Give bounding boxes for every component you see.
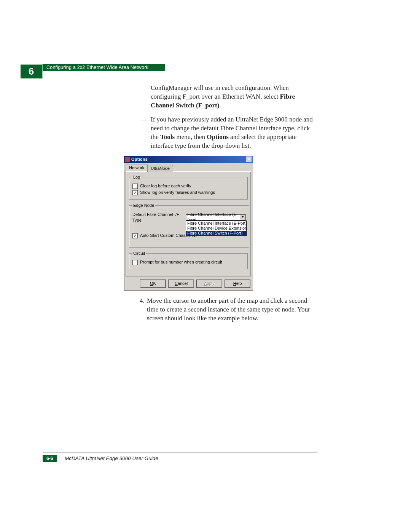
log-legend: Log [132,174,141,180]
close-icon[interactable]: × [246,157,252,162]
text-fragment: ConfigManager will use in each configura… [151,84,289,100]
dialog-panel: Log Clear log before each verify Show lo… [126,171,251,276]
body-column: ConfigManager will use in each configura… [141,84,318,328]
cancel-button[interactable]: Cancel [168,280,194,288]
checkbox-label: Clear log before each verify [140,183,191,189]
footer-guide-title: McDATA UltraNet Edge 3000 User Guide [65,455,158,461]
prompt-bus-row[interactable]: Prompt for bus number when creating circ… [132,259,244,265]
text-fragment: . [219,102,221,109]
paragraph-text: If you have previously added an UltraNet… [151,115,318,150]
bold-text: Tools [160,133,175,141]
dialog-titlebar: Options × [124,156,253,163]
bullet-item-config: ConfigManager will use in each configura… [151,84,318,110]
tab-network[interactable]: Network [126,164,148,171]
dialog-title: Options [131,157,246,162]
circuit-legend: Circuit [132,251,146,256]
default-if-dropdown[interactable]: Fibre Channel Interface (E-Port) ▼ Fibre… [186,214,246,220]
help-button[interactable]: Help [225,280,250,288]
dropdown-option-device-ext[interactable]: Fibre Channel Device Extension [186,226,246,231]
app-icon [125,157,130,162]
dialog-button-row: OK Cancel Apply Help [124,278,253,290]
chevron-down-icon[interactable]: ▼ [240,215,245,220]
step-text: Move the cursor to another part of the m… [147,297,318,323]
dropdown-list[interactable]: Fibre Channel Interface (E-Port) Fibre C… [186,220,247,236]
checkbox-clear-log[interactable] [132,184,138,189]
tab-ultranode[interactable]: UltraNode [147,165,173,172]
default-if-label: Default Fibre Channel I/F Type [132,212,186,223]
step-number: 4. [133,297,147,323]
checkbox-show-log[interactable] [132,190,138,195]
footer-rule [43,452,317,452]
chapter-number-tab: 6 [21,64,43,79]
dialog-tabs: Network UltraNode [124,163,253,171]
bold-text: Options [207,133,229,141]
step-4: 4. Move the cursor to another part of th… [133,297,318,323]
dropdown-option-fport[interactable]: Fibre Channel Switch (F-Port) [186,231,246,236]
apply-button: Apply [196,280,222,288]
checkbox-auto-start[interactable] [132,233,138,238]
checkbox-label: Show log on verify failures and warnings [140,190,215,195]
header-rule [43,63,317,63]
bullet-item-tools: — If you have previously added an UltraN… [141,115,318,150]
chapter-title: Configuring a 2x2 Ethernet Wide Area Net… [43,64,165,71]
circuit-group: Circuit Prompt for bus number when creat… [129,251,248,269]
show-log-row[interactable]: Show log on verify failures and warnings [132,190,244,195]
edge-legend: Edge Node [132,203,155,208]
edge-node-group: Edge Node Default Fibre Channel I/F Type… [129,203,249,248]
options-dialog: Options × Network UltraNode Log Clear lo… [124,156,253,291]
document-page: 6 Configuring a 2x2 Ethernet Wide Area N… [0,0,411,532]
ok-button[interactable]: OK [140,280,166,288]
bullet-dash: — [141,115,151,150]
page-number: 6-6 [43,455,57,462]
dropdown-option-eport[interactable]: Fibre Channel Interface (E-Port) [186,221,246,226]
checkbox-prompt-bus[interactable] [132,260,138,265]
log-group: Log Clear log before each verify Show lo… [129,174,248,200]
text-fragment: menu, then [175,133,207,141]
paragraph-text: ConfigManager will use in each configura… [151,84,318,110]
clear-log-row[interactable]: Clear log before each verify [132,183,244,189]
checkbox-label: Prompt for bus number when creating circ… [140,259,222,265]
default-if-row: Default Fibre Channel I/F Type Fibre Cha… [132,212,246,223]
